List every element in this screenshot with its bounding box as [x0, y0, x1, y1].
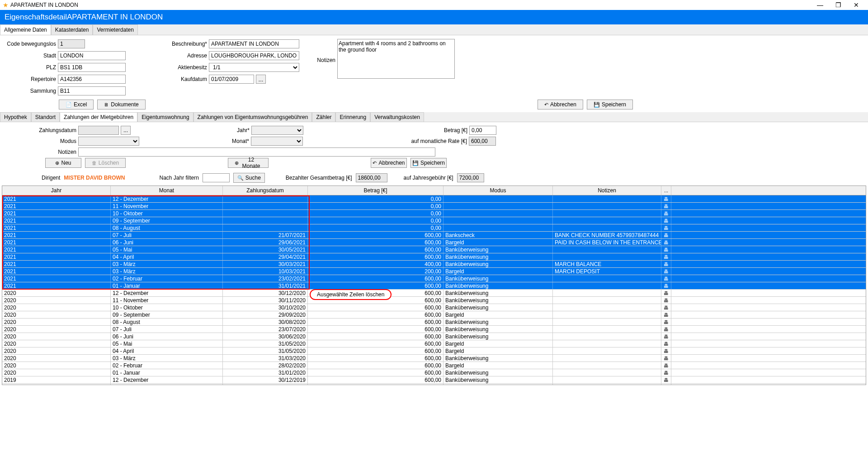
table-row[interactable]: 202010 - Oktober30/10/2020600,00Banküber…: [2, 304, 866, 311]
table-row[interactable]: 202008 - August30/08/2020600,00Banküberw…: [2, 319, 866, 326]
maximize-button[interactable]: ❐: [829, 1, 847, 9]
grid-body[interactable]: 202112 - Dezember0,00🖶202111 - November0…: [2, 195, 866, 385]
print-icon[interactable]: 🖶: [664, 262, 669, 267]
print-icon[interactable]: 🖶: [664, 377, 669, 383]
table-row[interactable]: 202002 - Februar28/02/2020600,00Bargeld🖶: [2, 362, 866, 369]
table-row[interactable]: 202103 - März10/03/2021200,00BargeldMARC…: [2, 268, 866, 275]
speichern-button[interactable]: 💾Speichern: [587, 100, 633, 109]
context-menu-delete[interactable]: Ausgewählte Zeilen löschen: [310, 289, 392, 300]
table-row[interactable]: 201911 - November29/11/2019600,00Bankübe…: [2, 384, 866, 385]
payform-notizen-input[interactable]: [78, 147, 435, 157]
neu-button[interactable]: ⊕Neu: [45, 158, 81, 168]
col-modus-header[interactable]: Modus: [443, 186, 553, 195]
table-row[interactable]: 202104 - April29/04/2021600,00Banküberwe…: [2, 253, 866, 261]
print-icon[interactable]: 🖶: [664, 225, 669, 231]
plz-input[interactable]: [58, 63, 126, 72]
abbrechen-button[interactable]: ↶Abbrechen: [538, 100, 583, 109]
abbrechen2-button[interactable]: ↶Abbrechen: [371, 158, 407, 168]
rate-input[interactable]: [469, 137, 496, 146]
tab-mid-3[interactable]: Eigentumswohnung: [137, 112, 193, 122]
bezahlt-input[interactable]: [356, 173, 387, 182]
table-row[interactable]: 202110 - Oktober0,00🖶: [2, 210, 866, 217]
col-print-header[interactable]: ...: [661, 186, 671, 195]
print-icon[interactable]: 🖶: [664, 247, 669, 252]
notizen-textarea[interactable]: Apartment with 4 rooms and 2 bathrooms o…: [337, 39, 455, 79]
table-row[interactable]: 202111 - November0,00🖶: [2, 203, 866, 210]
table-row[interactable]: 202005 - Mai31/05/2020600,00Bargeld🖶: [2, 340, 866, 347]
col-betrag-header[interactable]: Betrag [€]: [308, 186, 443, 195]
tab-mid-2[interactable]: Zahlungen der Mietgebühren: [60, 112, 137, 122]
print-icon[interactable]: 🖶: [664, 196, 669, 202]
table-row[interactable]: 202101 - Januar31/01/2021600,00Banküberw…: [2, 282, 866, 290]
print-icon[interactable]: 🖶: [664, 298, 669, 303]
print-icon[interactable]: 🖶: [664, 312, 669, 318]
table-row[interactable]: 202105 - Mai30/05/2021600,00Banküberweis…: [2, 246, 866, 253]
table-row[interactable]: 202003 - März31/03/2020600,00Banküberwei…: [2, 355, 866, 362]
minimize-button[interactable]: —: [811, 1, 829, 9]
print-icon[interactable]: 🖶: [664, 218, 669, 224]
tab-mid-5[interactable]: Zähler: [312, 112, 335, 122]
aktien-select[interactable]: 1/1: [209, 63, 299, 72]
print-icon[interactable]: 🖶: [664, 356, 669, 361]
jahr-select[interactable]: [251, 126, 303, 135]
table-row[interactable]: 202011 - November30/11/2020600,00Bankübe…: [2, 297, 866, 304]
col-jahr-header[interactable]: Jahr: [2, 186, 111, 195]
table-row[interactable]: 202009 - September29/09/2020600,00Bargel…: [2, 311, 866, 319]
close-button[interactable]: ✕: [847, 1, 865, 9]
col-datum-header[interactable]: Zahlungsdatum: [223, 186, 308, 195]
code-input[interactable]: [58, 39, 85, 48]
tab-mid-4[interactable]: Zahlungen von Eigentumswohnungsgebühren: [193, 112, 312, 122]
table-row[interactable]: 202112 - Dezember0,00🖶: [2, 195, 866, 203]
tab-mid-6[interactable]: Erinnerung: [335, 112, 370, 122]
table-row[interactable]: 202108 - August0,00🖶: [2, 224, 866, 232]
print-icon[interactable]: 🖶: [664, 240, 669, 245]
print-icon[interactable]: 🖶: [664, 254, 669, 260]
tab-top-0[interactable]: Allgemeine Daten: [0, 24, 51, 35]
loeschen-button[interactable]: 🗑Löschen: [85, 158, 126, 168]
sammlung-input[interactable]: [58, 86, 126, 95]
print-icon[interactable]: 🖶: [664, 233, 669, 238]
zahlungsdatum-input[interactable]: [78, 126, 119, 135]
table-row[interactable]: 202012 - Dezember30/12/2020600,00Bankübe…: [2, 290, 866, 297]
table-row[interactable]: 202102 - Februar23/02/2021600,00Banküber…: [2, 275, 866, 282]
adresse-input[interactable]: [209, 51, 299, 60]
repertoire-input[interactable]: [58, 75, 126, 84]
excel-button[interactable]: 📄Excel: [59, 100, 94, 109]
filter-input[interactable]: [203, 173, 230, 182]
col-notiz-header[interactable]: Notizen: [553, 186, 661, 195]
tab-mid-0[interactable]: Hypothek: [0, 112, 31, 122]
print-icon[interactable]: 🖶: [664, 327, 669, 332]
modus-select[interactable]: [78, 137, 139, 146]
dokumente-button[interactable]: 🗎Dokumente: [97, 100, 145, 109]
print-icon[interactable]: 🖶: [664, 363, 669, 368]
table-row[interactable]: 202106 - Juni29/06/2021600,00BargeldPAID…: [2, 239, 866, 246]
monat-select[interactable]: [251, 137, 303, 146]
print-icon[interactable]: 🖶: [664, 204, 669, 209]
jahresgeb-input[interactable]: [457, 173, 484, 182]
print-icon[interactable]: 🖶: [664, 269, 669, 274]
table-row[interactable]: 202109 - September0,00🖶: [2, 217, 866, 224]
stadt-input[interactable]: [58, 51, 126, 60]
table-row[interactable]: 202103 - März30/03/2021400,00Banküberwei…: [2, 261, 866, 268]
table-row[interactable]: 202107 - Juli21/07/2021600,00BankscheckB…: [2, 232, 866, 239]
speichern2-button[interactable]: 💾Speichern: [410, 158, 447, 168]
table-row[interactable]: 202006 - Juni30/06/2020600,00Banküberwei…: [2, 333, 866, 340]
table-row[interactable]: 202001 - Januar31/01/2020600,00Banküberw…: [2, 369, 866, 376]
tab-top-2[interactable]: Vermieterdaten: [93, 24, 137, 35]
tab-mid-1[interactable]: Standort: [31, 112, 60, 122]
zahlungsdatum-picker-button[interactable]: ...: [121, 126, 131, 135]
monate12-button[interactable]: ⊕12 Monate: [228, 158, 269, 168]
kaufdatum-input[interactable]: [209, 75, 254, 84]
table-row[interactable]: 202007 - Juli23/07/2020600,00Banküberwei…: [2, 326, 866, 333]
print-icon[interactable]: 🖶: [664, 283, 669, 289]
print-icon[interactable]: 🖶: [664, 319, 669, 325]
print-icon[interactable]: 🖶: [664, 370, 669, 376]
col-monat-header[interactable]: Monat: [111, 186, 223, 195]
tab-top-1[interactable]: Katasterdaten: [51, 24, 93, 35]
print-icon[interactable]: 🖶: [664, 348, 669, 354]
tab-mid-7[interactable]: Verwaltungskosten: [370, 112, 424, 122]
kaufdatum-picker-button[interactable]: ...: [256, 75, 266, 84]
table-row[interactable]: 201912 - Dezember30/12/2019600,00Bankübe…: [2, 376, 866, 384]
print-icon[interactable]: 🖶: [664, 305, 669, 310]
print-icon[interactable]: 🖶: [664, 290, 669, 296]
